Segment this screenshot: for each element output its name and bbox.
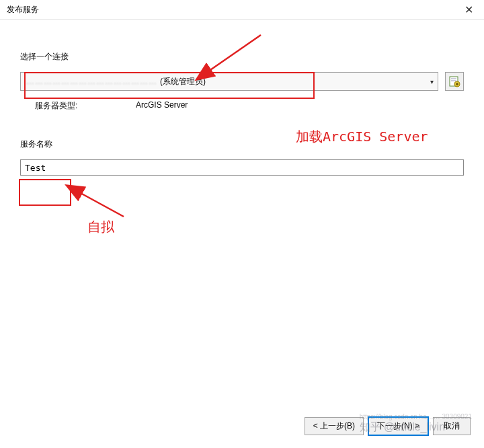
connection-obscured-text: ………………………………………: [26, 77, 157, 86]
svg-line-8: [79, 192, 124, 217]
title-bar: 发布服务 ✕: [0, 0, 484, 20]
window-title: 发布服务: [7, 4, 39, 15]
service-name-input[interactable]: [20, 159, 464, 176]
annotation-custom-name: 自拟: [87, 218, 114, 236]
choose-connection-label: 选择一个连接: [20, 51, 69, 63]
dialog-footer: < 上一步(B) 下一步(N) > 取消: [305, 416, 471, 436]
cancel-button[interactable]: 取消: [433, 417, 471, 435]
highlight-service-name: [19, 179, 71, 206]
server-type-label: 服务器类型:: [35, 100, 136, 112]
server-type-value: ArcGIS Server: [136, 100, 188, 112]
dialog-content: 选择一个连接 ……………………………………… (系统管理员) ▾: [0, 20, 484, 176]
svg-rect-1: [451, 78, 456, 79]
chevron-down-icon: ▾: [430, 78, 434, 85]
add-server-icon: [448, 75, 460, 87]
add-connection-button[interactable]: [445, 72, 464, 91]
connection-dropdown[interactable]: ……………………………………… (系统管理员) ▾: [20, 72, 438, 91]
svg-rect-2: [451, 80, 456, 81]
next-button[interactable]: 下一步(N) >: [368, 416, 429, 436]
connection-role-text: (系统管理员): [160, 76, 206, 87]
service-name-label: 服务名称: [20, 139, 52, 150]
close-icon[interactable]: ✕: [460, 3, 477, 16]
annotation-load-server: 加载ArcGIS Server: [296, 128, 428, 146]
back-button[interactable]: < 上一步(B): [305, 417, 364, 435]
